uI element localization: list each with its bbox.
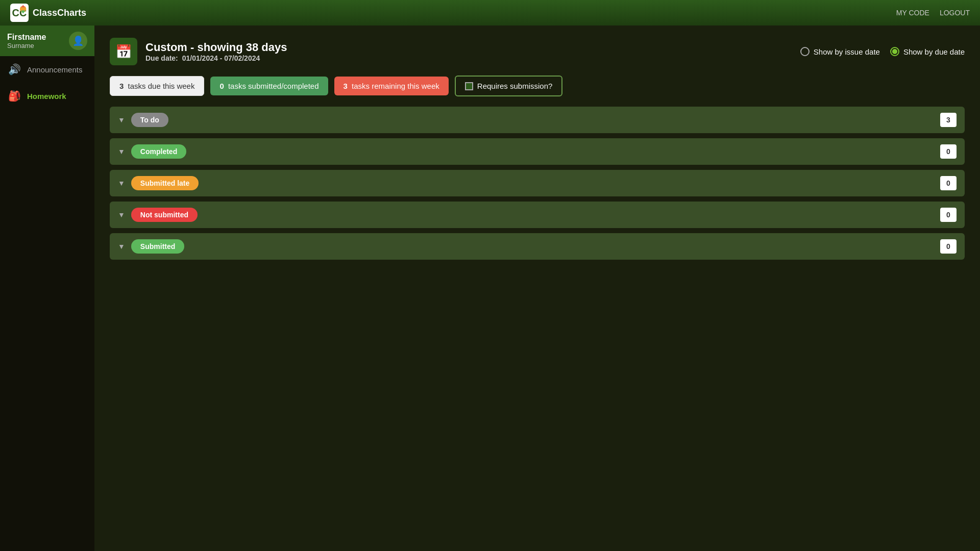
announcements-icon: 🔊 (8, 63, 21, 76)
tasks-remaining-badge: 3 tasks remaining this week (334, 77, 449, 95)
show-by-due-radio[interactable] (890, 47, 899, 56)
calendar-button[interactable]: 📅 (110, 38, 137, 65)
main-content: 📅 Custom - showing 38 days Due date: 01/… (94, 26, 980, 551)
chevron-icon-todo[interactable]: ▼ (118, 116, 125, 124)
due-date-value: 01/01/2024 - 07/02/2024 (182, 54, 260, 62)
sidebar-item-homework-label: Homework (27, 92, 66, 101)
section-left-todo: ▼ To do (118, 113, 168, 127)
section-left-submitted: ▼ Submitted (118, 239, 184, 254)
section-count-submitted: 0 (940, 239, 957, 254)
tasks-due-count: 3 (119, 82, 124, 90)
my-code-link[interactable]: MY CODE (896, 9, 929, 17)
section-not-submitted: ▼ Not submitted 0 (110, 202, 965, 228)
section-count-submitted-late: 0 (940, 176, 957, 190)
homework-icon: 🎒 (8, 90, 21, 102)
section-left-completed: ▼ Completed (118, 144, 186, 159)
show-by-issue-radio[interactable] (800, 47, 810, 56)
chevron-icon-completed[interactable]: ▼ (118, 147, 125, 156)
show-by-issue-option[interactable]: Show by issue date (800, 47, 880, 56)
logo: CC ClassCharts (10, 4, 86, 22)
due-date-prefix: Due date: (145, 54, 178, 62)
status-badge-completed: Completed (131, 144, 186, 159)
show-by-issue-label: Show by issue date (814, 47, 880, 56)
section-todo: ▼ To do 3 (110, 107, 965, 133)
tasks-due-label: tasks due this week (128, 82, 195, 90)
section-submitted: ▼ Submitted 0 (110, 233, 965, 260)
due-date-label: Due date: 01/01/2024 - 07/02/2024 (145, 54, 287, 62)
section-submitted-late: ▼ Submitted late 0 (110, 170, 965, 196)
show-by-due-option[interactable]: Show by due date (890, 47, 965, 56)
user-section: Firstname Surname 👤 (0, 26, 94, 56)
navbar: CC ClassCharts MY CODE LOGOUT (0, 0, 980, 26)
title-area: 📅 Custom - showing 38 days Due date: 01/… (110, 38, 287, 65)
tasks-submitted-badge: 0 tasks submitted/completed (210, 77, 328, 95)
requires-submission-button[interactable]: Requires submission? (455, 76, 563, 96)
sidebar-item-homework[interactable]: 🎒 Homework (0, 83, 94, 109)
header-row: 📅 Custom - showing 38 days Due date: 01/… (110, 38, 965, 65)
sections-container: ▼ To do 3 ▼ Completed 0 ▼ Submitted late… (110, 107, 965, 260)
chevron-icon-not-submitted[interactable]: ▼ (118, 211, 125, 219)
status-badge-todo: To do (131, 113, 168, 127)
status-badge-submitted-late: Submitted late (131, 176, 199, 190)
chevron-icon-submitted[interactable]: ▼ (118, 242, 125, 251)
user-info: Firstname Surname (7, 33, 46, 49)
requires-label: Requires submission? (477, 82, 553, 90)
show-by-due-label: Show by due date (903, 47, 965, 56)
tasks-remaining-count: 3 (344, 82, 348, 90)
tasks-due-badge: 3 tasks due this week (110, 76, 204, 96)
sidebar: Firstname Surname 👤 🔊 Announcements 🎒 Ho… (0, 26, 94, 551)
status-badge-not-submitted: Not submitted (131, 208, 198, 222)
avatar: 👤 (69, 32, 87, 50)
requires-checkbox[interactable] (465, 82, 473, 90)
section-completed: ▼ Completed 0 (110, 138, 965, 165)
logo-text: ClassCharts (33, 8, 86, 18)
page-title: Custom - showing 38 days (145, 41, 287, 54)
tasks-remaining-label: tasks remaining this week (352, 82, 439, 90)
tasks-submitted-label: tasks submitted/completed (228, 82, 319, 90)
chevron-icon-submitted-late[interactable]: ▼ (118, 179, 125, 187)
sidebar-item-announcements-label: Announcements (27, 65, 82, 74)
section-count-todo: 3 (940, 113, 957, 127)
tasks-submitted-count: 0 (219, 82, 224, 90)
navbar-links: MY CODE LOGOUT (896, 9, 970, 17)
sidebar-item-announcements[interactable]: 🔊 Announcements (0, 56, 94, 83)
section-count-not-submitted: 0 (940, 208, 957, 222)
stats-row: 3 tasks due this week 0 tasks submitted/… (110, 76, 965, 96)
status-badge-submitted: Submitted (131, 239, 184, 254)
user-firstname: Firstname (7, 33, 46, 42)
section-count-completed: 0 (940, 144, 957, 159)
user-surname: Surname (7, 42, 46, 49)
show-by-options: Show by issue date Show by due date (800, 47, 965, 56)
logout-link[interactable]: LOGOUT (940, 9, 970, 17)
section-left-not-submitted: ▼ Not submitted (118, 208, 198, 222)
section-left-submitted-late: ▼ Submitted late (118, 176, 199, 190)
title-text: Custom - showing 38 days Due date: 01/01… (145, 41, 287, 62)
